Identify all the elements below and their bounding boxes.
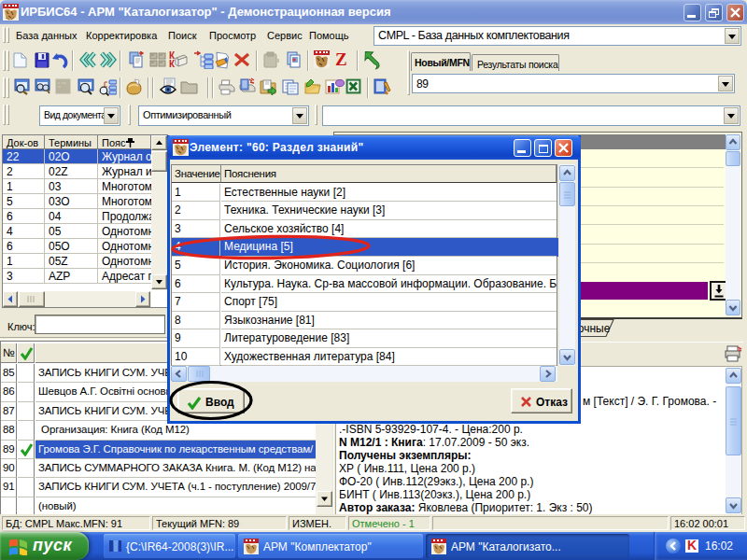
svg-text:К: К bbox=[169, 59, 176, 69]
